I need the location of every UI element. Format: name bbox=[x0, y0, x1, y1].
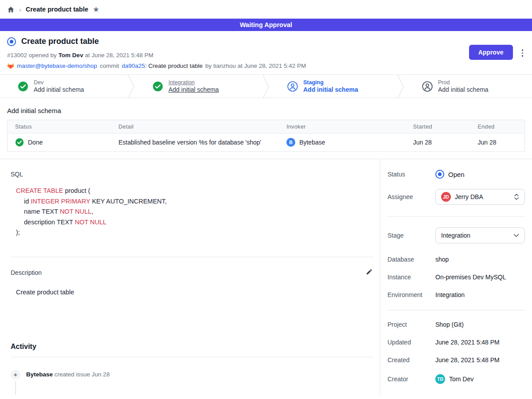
pending-person-icon bbox=[422, 81, 433, 92]
task-table: Status Detail Invoker Started Ended Done… bbox=[7, 120, 525, 152]
status-banner-text: Waiting Approval bbox=[240, 21, 292, 28]
creator-value: Tom Dev bbox=[449, 376, 473, 383]
sql-line: id INTEGER PRIMARY KEY AUTO_INCREMENT, bbox=[16, 196, 374, 207]
done-check-icon bbox=[15, 138, 24, 147]
status-open-icon bbox=[435, 170, 444, 179]
issue-id-text: #13002 opened by bbox=[7, 52, 57, 59]
status-label: Status bbox=[387, 171, 435, 178]
activity-action: created issue Jun 28 bbox=[55, 371, 110, 378]
stage-env-label: Dev bbox=[34, 79, 84, 86]
commit-hash-link[interactable]: da90a25 bbox=[122, 63, 145, 69]
task-ended-date: Jun 28 bbox=[470, 139, 524, 146]
issue-header: Create product table #13002 opened by To… bbox=[0, 31, 532, 74]
activity-item: + Bytebase created issue Jun 28 bbox=[11, 370, 374, 379]
column-header-status: Status bbox=[8, 124, 111, 130]
issue-author: Tom Dev bbox=[59, 52, 83, 59]
sidebar-divider bbox=[387, 216, 525, 217]
task-section: Add initial schema Status Detail Invoker… bbox=[0, 98, 532, 159]
field-label: Database bbox=[387, 256, 435, 263]
content-area: SQL CREATE TABLE product (id INTEGER PRI… bbox=[0, 159, 532, 395]
stage-separator-icon bbox=[128, 75, 135, 98]
stage-staging[interactable]: Staging Add initial schema bbox=[270, 75, 397, 98]
stage-prod[interactable]: Prod Add initial schema bbox=[404, 75, 532, 98]
stage-task-label: Add initial schema bbox=[438, 86, 489, 93]
stage-select[interactable]: Integration bbox=[435, 227, 525, 243]
field-label: Project bbox=[387, 321, 435, 328]
field-label: Instance bbox=[387, 274, 435, 281]
activity-title: Activity bbox=[11, 343, 374, 351]
sql-line: description TEXT NOT NULL bbox=[16, 217, 374, 228]
commit-author-time: by tianzhou at June 28, 2021 5:42 PM bbox=[205, 63, 306, 69]
approve-button[interactable]: Approve bbox=[469, 45, 513, 60]
stage-separator-icon bbox=[397, 75, 404, 98]
main-column: SQL CREATE TABLE product (id INTEGER PRI… bbox=[0, 159, 380, 395]
creator-label: Creator bbox=[387, 376, 435, 383]
home-icon[interactable] bbox=[7, 6, 15, 13]
status-value: Open bbox=[448, 171, 465, 178]
pending-person-icon bbox=[287, 81, 298, 92]
stage-value: Integration bbox=[441, 232, 470, 239]
task-table-row[interactable]: Done Established baseline version %s for… bbox=[8, 133, 524, 151]
assignee-avatar: JD bbox=[441, 192, 451, 202]
sidebar-field-environment: EnvironmentIntegration bbox=[387, 291, 525, 298]
sql-line: CREATE TABLE product ( bbox=[16, 186, 374, 196]
issue-opened-time: at June 28, 2021 5:48 PM bbox=[85, 52, 153, 59]
updown-chevron-icon bbox=[514, 193, 519, 200]
stage-label: Stage bbox=[387, 232, 435, 239]
task-table-header: Status Detail Invoker Started Ended bbox=[8, 120, 524, 133]
task-status-text: Done bbox=[28, 139, 43, 146]
sql-code: CREATE TABLE product (id INTEGER PRIMARY… bbox=[16, 186, 374, 238]
branch-repo-link[interactable]: master@bytebase-demo/shop bbox=[17, 63, 97, 69]
issue-open-icon bbox=[7, 37, 16, 46]
column-header-ended: Ended bbox=[470, 124, 524, 130]
edit-pencil-icon[interactable] bbox=[365, 267, 374, 278]
check-circle-icon bbox=[153, 81, 163, 92]
field-value: June 28, 2021 5:48 PM bbox=[435, 356, 500, 364]
commit-word: commit bbox=[100, 63, 119, 69]
field-value: On-premises Dev MySQL bbox=[435, 274, 506, 281]
status-banner: Waiting Approval bbox=[0, 19, 532, 31]
description-text: Create product table bbox=[16, 289, 374, 296]
sql-line: ); bbox=[16, 227, 374, 238]
field-value: shop bbox=[435, 256, 449, 263]
invoker-avatar: B bbox=[286, 138, 295, 147]
description-label: Description bbox=[11, 269, 42, 276]
sidebar-field-project: ProjectShop (Git) bbox=[387, 321, 525, 328]
stage-env-label: Prod bbox=[438, 79, 489, 86]
task-detail-text: Established baseline version %s for data… bbox=[111, 139, 279, 146]
stage-dev[interactable]: Dev Add initial schema bbox=[0, 75, 128, 98]
stage-env-label: Integration bbox=[168, 79, 219, 86]
column-header-detail: Detail bbox=[111, 124, 279, 130]
gitlab-icon bbox=[7, 63, 14, 69]
breadcrumb: › Create product table ★ bbox=[0, 0, 532, 19]
stage-integration[interactable]: Integration Add initial schema bbox=[135, 75, 262, 98]
sidebar-field-database: Databaseshop bbox=[387, 256, 525, 263]
more-options-icon[interactable] bbox=[520, 47, 525, 59]
stage-env-label: Staging bbox=[303, 79, 358, 86]
stage-separator-icon bbox=[262, 75, 270, 98]
breadcrumb-page-title: Create product table bbox=[26, 6, 88, 13]
task-started-date: Jun 28 bbox=[406, 139, 470, 146]
field-label: Environment bbox=[387, 291, 435, 298]
chevron-down-icon bbox=[513, 234, 519, 237]
sidebar-field-instance: InstanceOn-premises Dev MySQL bbox=[387, 274, 525, 281]
assignee-label: Assignee bbox=[387, 193, 435, 200]
check-circle-icon bbox=[18, 81, 28, 92]
sidebar-field-updated: UpdatedJune 28, 2021 5:48 PM bbox=[387, 339, 525, 346]
pipeline-stages: Dev Add initial schema Integration Add i… bbox=[0, 74, 532, 98]
stage-task-label: Add initial schema bbox=[168, 86, 219, 93]
bookmark-star-icon[interactable]: ★ bbox=[93, 6, 99, 13]
issue-meta: #13002 opened by Tom Dev at June 28, 202… bbox=[7, 52, 469, 59]
stage-task-label: Add initial schema bbox=[34, 86, 84, 93]
task-section-title: Add initial schema bbox=[7, 107, 525, 114]
sql-section-label: SQL bbox=[11, 171, 374, 178]
plus-icon: + bbox=[11, 370, 20, 379]
stage-task-label: Add initial schema bbox=[303, 86, 358, 93]
section-divider bbox=[11, 257, 374, 257]
field-label: Created bbox=[387, 356, 435, 364]
commit-message: : Create product table bbox=[145, 63, 203, 69]
commit-row: master@bytebase-demo/shop commit da90a25… bbox=[7, 63, 469, 69]
field-value: Shop (Git) bbox=[435, 321, 464, 328]
activity-timeline-line bbox=[15, 381, 16, 395]
assignee-select[interactable]: JD Jerry DBA bbox=[435, 189, 525, 205]
